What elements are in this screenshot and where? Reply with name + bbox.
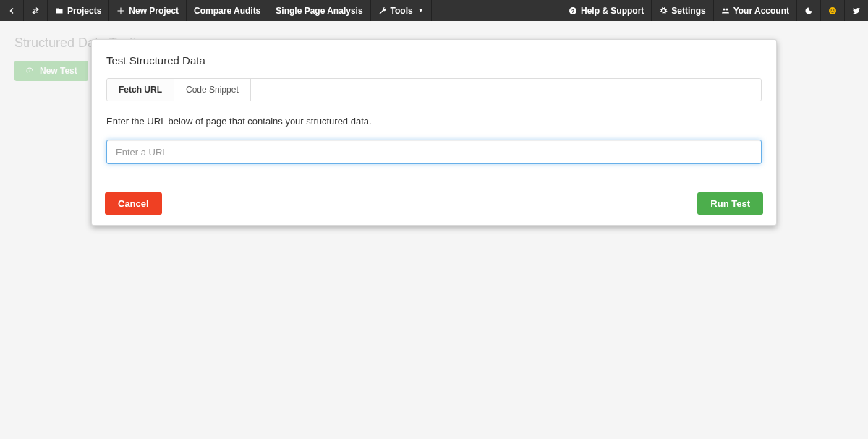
modal-title: Test Structured Data	[106, 54, 762, 67]
nav-account-label: Your Account	[733, 6, 789, 16]
modal-footer: Cancel Run Test	[92, 182, 776, 225]
new-test-button[interactable]: New Test	[14, 61, 88, 81]
top-navbar: Projects New Project Compare Audits Sing…	[0, 0, 868, 21]
moon-icon	[804, 7, 813, 15]
run-test-button[interactable]: Run Test	[697, 192, 763, 215]
nav-tools-label: Tools	[391, 6, 413, 16]
nav-tools[interactable]: Tools ▼	[371, 0, 432, 21]
nav-new-project-label: New Project	[129, 6, 179, 16]
back-button[interactable]	[0, 0, 24, 21]
nav-single-page[interactable]: Single Page Analysis	[268, 0, 370, 21]
nav-compare-audits[interactable]: Compare Audits	[187, 0, 268, 21]
chevron-down-icon: ▼	[418, 7, 424, 14]
tab-code-snippet[interactable]: Code Snippet	[174, 79, 251, 101]
svg-text:?: ?	[571, 8, 574, 13]
nav-right-group: ? Help & Support Settings Your Account	[561, 0, 868, 21]
nav-account[interactable]: Your Account	[713, 0, 796, 21]
nav-projects-label: Projects	[67, 6, 101, 16]
nav-settings-label: Settings	[671, 6, 705, 16]
dark-mode-toggle[interactable]	[796, 0, 820, 21]
swap-button[interactable]	[24, 0, 48, 21]
svg-point-3	[831, 9, 832, 10]
tab-filler	[251, 79, 761, 101]
nav-left-group: Projects New Project Compare Audits Sing…	[0, 0, 432, 21]
plus-icon	[116, 7, 125, 15]
gauge-icon	[25, 67, 34, 75]
twitter-link[interactable]	[844, 0, 868, 21]
nav-settings[interactable]: Settings	[651, 0, 712, 21]
help-icon: ?	[569, 7, 577, 15]
nav-help[interactable]: ? Help & Support	[561, 0, 651, 21]
nav-help-label: Help & Support	[581, 6, 644, 16]
nav-single-page-label: Single Page Analysis	[276, 6, 362, 16]
feedback-button[interactable]	[820, 0, 844, 21]
svg-point-2	[829, 7, 836, 14]
users-icon	[721, 7, 730, 15]
tab-fetch-url[interactable]: Fetch URL	[107, 79, 174, 101]
swap-icon	[31, 7, 40, 15]
modal-instruction: Enter the URL below of page that contain…	[106, 116, 762, 127]
gear-icon	[659, 7, 668, 15]
smiley-icon	[828, 7, 837, 15]
nav-projects[interactable]: Projects	[48, 0, 109, 21]
new-test-label: New Test	[40, 66, 77, 76]
folder-icon	[55, 7, 64, 15]
nav-new-project[interactable]: New Project	[109, 0, 187, 21]
svg-point-4	[833, 9, 834, 10]
test-structured-data-modal: Test Structured Data Fetch URL Code Snip…	[91, 39, 777, 226]
twitter-icon	[852, 7, 861, 15]
wrench-icon	[378, 7, 387, 15]
cancel-button[interactable]: Cancel	[105, 192, 162, 215]
chevron-left-icon	[7, 7, 16, 15]
modal-tabs: Fetch URL Code Snippet	[106, 78, 762, 101]
nav-compare-audits-label: Compare Audits	[194, 6, 260, 16]
modal-body: Test Structured Data Fetch URL Code Snip…	[92, 40, 776, 182]
url-input[interactable]	[106, 140, 762, 164]
